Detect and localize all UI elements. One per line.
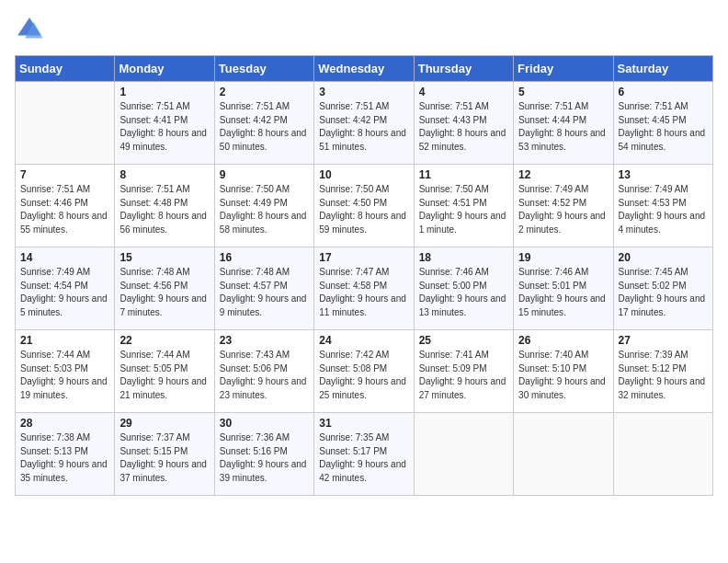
day-info: Sunrise: 7:39 AMSunset: 5:12 PMDaylight:… <box>619 349 708 402</box>
column-header-friday: Friday <box>514 56 613 82</box>
calendar-cell: 25Sunrise: 7:41 AMSunset: 5:09 PMDayligh… <box>414 330 513 413</box>
day-info: Sunrise: 7:51 AMSunset: 4:45 PMDaylight:… <box>619 100 708 154</box>
column-header-monday: Monday <box>115 56 214 82</box>
day-info: Sunrise: 7:50 AMSunset: 4:51 PMDaylight:… <box>419 183 508 236</box>
day-number: 2 <box>220 86 309 98</box>
calendar-cell: 3Sunrise: 7:51 AMSunset: 4:42 PMDaylight… <box>314 82 414 165</box>
day-info: Sunrise: 7:44 AMSunset: 5:03 PMDaylight:… <box>20 349 109 402</box>
day-number: 5 <box>518 86 608 98</box>
calendar-cell: 24Sunrise: 7:42 AMSunset: 5:08 PMDayligh… <box>314 330 414 413</box>
calendar-cell: 23Sunrise: 7:43 AMSunset: 5:06 PMDayligh… <box>214 330 313 413</box>
day-info: Sunrise: 7:44 AMSunset: 5:05 PMDaylight:… <box>119 349 209 402</box>
column-header-sunday: Sunday <box>16 56 115 82</box>
day-info: Sunrise: 7:42 AMSunset: 5:08 PMDaylight:… <box>319 349 408 402</box>
day-number: 15 <box>119 251 209 264</box>
day-info: Sunrise: 7:49 AMSunset: 4:53 PMDaylight:… <box>619 183 708 236</box>
day-info: Sunrise: 7:46 AMSunset: 5:01 PMDaylight:… <box>518 266 608 319</box>
day-number: 26 <box>518 334 608 347</box>
calendar-cell: 20Sunrise: 7:45 AMSunset: 5:02 PMDayligh… <box>613 247 712 330</box>
day-info: Sunrise: 7:38 AMSunset: 5:13 PMDaylight:… <box>20 431 109 485</box>
calendar-cell: 31Sunrise: 7:35 AMSunset: 5:17 PMDayligh… <box>314 413 414 496</box>
calendar-cell: 5Sunrise: 7:51 AMSunset: 4:44 PMDaylight… <box>514 82 613 165</box>
calendar-cell: 28Sunrise: 7:38 AMSunset: 5:13 PMDayligh… <box>16 413 115 496</box>
day-number: 29 <box>119 417 209 430</box>
page-header <box>15 15 713 44</box>
column-header-wednesday: Wednesday <box>314 56 414 82</box>
day-number: 30 <box>220 417 309 430</box>
day-info: Sunrise: 7:43 AMSunset: 5:06 PMDaylight:… <box>220 349 309 402</box>
day-info: Sunrise: 7:51 AMSunset: 4:42 PMDaylight:… <box>319 100 408 154</box>
calendar-cell: 18Sunrise: 7:46 AMSunset: 5:00 PMDayligh… <box>414 247 513 330</box>
calendar-cell: 22Sunrise: 7:44 AMSunset: 5:05 PMDayligh… <box>115 330 214 413</box>
calendar-cell: 6Sunrise: 7:51 AMSunset: 4:45 PMDaylight… <box>613 82 712 165</box>
day-info: Sunrise: 7:49 AMSunset: 4:54 PMDaylight:… <box>20 266 109 319</box>
day-info: Sunrise: 7:41 AMSunset: 5:09 PMDaylight:… <box>419 349 508 402</box>
day-number: 11 <box>419 168 508 181</box>
calendar-cell: 14Sunrise: 7:49 AMSunset: 4:54 PMDayligh… <box>16 247 115 330</box>
day-number: 1 <box>119 86 209 98</box>
day-number: 24 <box>319 334 408 347</box>
day-info: Sunrise: 7:35 AMSunset: 5:17 PMDaylight:… <box>319 431 408 485</box>
day-info: Sunrise: 7:50 AMSunset: 4:50 PMDaylight:… <box>319 183 408 236</box>
day-number: 7 <box>20 168 109 181</box>
logo-icon <box>15 15 44 44</box>
calendar-cell: 12Sunrise: 7:49 AMSunset: 4:52 PMDayligh… <box>514 165 613 247</box>
day-info: Sunrise: 7:51 AMSunset: 4:43 PMDaylight:… <box>419 100 508 154</box>
day-number: 12 <box>518 168 608 181</box>
calendar-cell: 13Sunrise: 7:49 AMSunset: 4:53 PMDayligh… <box>613 165 712 247</box>
calendar-cell: 2Sunrise: 7:51 AMSunset: 4:42 PMDaylight… <box>214 82 313 165</box>
day-number: 16 <box>220 251 309 264</box>
calendar-cell: 17Sunrise: 7:47 AMSunset: 4:58 PMDayligh… <box>314 247 414 330</box>
calendar-cell: 4Sunrise: 7:51 AMSunset: 4:43 PMDaylight… <box>414 82 513 165</box>
calendar-cell: 8Sunrise: 7:51 AMSunset: 4:48 PMDaylight… <box>115 165 214 247</box>
day-info: Sunrise: 7:50 AMSunset: 4:49 PMDaylight:… <box>220 183 309 236</box>
calendar-cell: 10Sunrise: 7:50 AMSunset: 4:50 PMDayligh… <box>314 165 414 247</box>
calendar-cell: 29Sunrise: 7:37 AMSunset: 5:15 PMDayligh… <box>115 413 214 496</box>
calendar-cell <box>613 413 712 496</box>
day-info: Sunrise: 7:45 AMSunset: 5:02 PMDaylight:… <box>619 266 708 319</box>
day-info: Sunrise: 7:51 AMSunset: 4:44 PMDaylight:… <box>518 100 608 154</box>
day-number: 23 <box>220 334 309 347</box>
day-number: 18 <box>419 251 508 264</box>
day-info: Sunrise: 7:36 AMSunset: 5:16 PMDaylight:… <box>220 431 309 485</box>
day-info: Sunrise: 7:51 AMSunset: 4:41 PMDaylight:… <box>119 100 209 154</box>
day-number: 6 <box>619 86 708 98</box>
calendar-cell: 15Sunrise: 7:48 AMSunset: 4:56 PMDayligh… <box>115 247 214 330</box>
day-info: Sunrise: 7:49 AMSunset: 4:52 PMDaylight:… <box>518 183 608 236</box>
day-number: 19 <box>518 251 608 264</box>
day-info: Sunrise: 7:51 AMSunset: 4:42 PMDaylight:… <box>220 100 309 154</box>
calendar-cell <box>514 413 613 496</box>
calendar-cell: 1Sunrise: 7:51 AMSunset: 4:41 PMDaylight… <box>115 82 214 165</box>
column-header-saturday: Saturday <box>613 56 712 82</box>
day-info: Sunrise: 7:51 AMSunset: 4:48 PMDaylight:… <box>119 183 209 236</box>
calendar-cell: 19Sunrise: 7:46 AMSunset: 5:01 PMDayligh… <box>514 247 613 330</box>
day-number: 14 <box>20 251 109 264</box>
day-number: 22 <box>119 334 209 347</box>
day-info: Sunrise: 7:40 AMSunset: 5:10 PMDaylight:… <box>518 349 608 402</box>
calendar-cell: 21Sunrise: 7:44 AMSunset: 5:03 PMDayligh… <box>16 330 115 413</box>
day-number: 21 <box>20 334 109 347</box>
day-number: 31 <box>319 417 408 430</box>
day-number: 20 <box>619 251 708 264</box>
day-number: 13 <box>619 168 708 181</box>
column-header-tuesday: Tuesday <box>214 56 313 82</box>
day-number: 17 <box>319 251 408 264</box>
calendar-cell: 30Sunrise: 7:36 AMSunset: 5:16 PMDayligh… <box>214 413 313 496</box>
calendar-table: SundayMondayTuesdayWednesdayThursdayFrid… <box>15 55 713 496</box>
day-info: Sunrise: 7:48 AMSunset: 4:57 PMDaylight:… <box>220 266 309 319</box>
day-number: 10 <box>319 168 408 181</box>
calendar-cell: 27Sunrise: 7:39 AMSunset: 5:12 PMDayligh… <box>613 330 712 413</box>
day-number: 28 <box>20 417 109 430</box>
day-number: 4 <box>419 86 508 98</box>
day-number: 9 <box>220 168 309 181</box>
day-info: Sunrise: 7:37 AMSunset: 5:15 PMDaylight:… <box>119 431 209 485</box>
calendar-cell: 16Sunrise: 7:48 AMSunset: 4:57 PMDayligh… <box>214 247 313 330</box>
calendar-cell <box>16 82 115 165</box>
day-info: Sunrise: 7:46 AMSunset: 5:00 PMDaylight:… <box>419 266 508 319</box>
column-header-thursday: Thursday <box>414 56 513 82</box>
day-number: 25 <box>419 334 508 347</box>
day-number: 3 <box>319 86 408 98</box>
calendar-cell: 9Sunrise: 7:50 AMSunset: 4:49 PMDaylight… <box>214 165 313 247</box>
calendar-cell: 26Sunrise: 7:40 AMSunset: 5:10 PMDayligh… <box>514 330 613 413</box>
day-number: 27 <box>619 334 708 347</box>
